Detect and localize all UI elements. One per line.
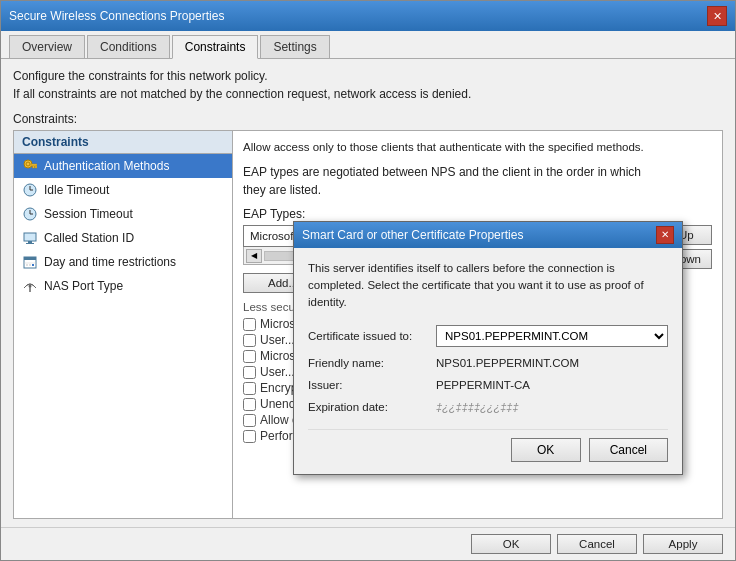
checkbox-ms-chap2-user-label: User... (260, 365, 295, 379)
dialog-issuer-value: PEPPERMINT-CA (436, 379, 530, 391)
tab-overview[interactable]: Overview (9, 35, 85, 58)
window-close-button[interactable]: ✕ (707, 6, 727, 26)
sidebar-item-nas-port-label: NAS Port Type (44, 279, 123, 293)
dialog-issuer-label: Issuer: (308, 379, 428, 391)
dialog-close-button[interactable]: ✕ (656, 226, 674, 244)
sidebar-item-day-time[interactable]: Day and time restrictions (14, 250, 232, 274)
dialog-title: Smart Card or other Certificate Properti… (302, 228, 523, 242)
dialog-field-expiration: Expiration date: ‡¿¿‡‡‡‡¿¿¿‡‡‡ (308, 401, 668, 413)
description-text: Configure the constraints for this netwo… (13, 67, 723, 104)
clock-icon (22, 182, 38, 198)
dialog-friendly-name-label: Friendly name: (308, 357, 428, 369)
calendar-icon (22, 254, 38, 270)
right-main-description: Allow access only to those clients that … (243, 141, 712, 153)
sidebar-item-idle-timeout[interactable]: Idle Timeout (14, 178, 232, 202)
scroll-left-btn[interactable]: ◀ (246, 249, 262, 263)
checkbox-unencrypt-input[interactable] (243, 398, 256, 411)
checkbox-ms-chap-input[interactable] (243, 318, 256, 331)
tabs-bar: Overview Conditions Constraints Settings (1, 31, 735, 59)
checkbox-allow-clients-input[interactable] (243, 414, 256, 427)
apply-button[interactable]: Apply (643, 534, 723, 554)
sidebar-item-called-station[interactable]: Called Station ID (14, 226, 232, 250)
dialog-buttons: OK Cancel (308, 429, 668, 462)
dialog-expiration-value: ‡¿¿‡‡‡‡¿¿¿‡‡‡ (436, 401, 519, 413)
dialog-friendly-name-value: NPS01.PEPPERMINT.COM (436, 357, 579, 369)
antenna-icon (22, 278, 38, 294)
key-icon (22, 158, 38, 174)
left-panel: Constraints Authentication Methods (13, 130, 233, 520)
svg-rect-17 (26, 264, 28, 266)
eap-desc-line2: they are listed. (243, 183, 321, 197)
dialog-title-bar: Smart Card or other Certificate Properti… (294, 222, 682, 248)
right-panel: Allow access only to those clients that … (233, 130, 723, 520)
svg-rect-18 (29, 264, 31, 266)
dialog-field-issuer: Issuer: PEPPERMINT-CA (308, 379, 668, 391)
svg-rect-3 (35, 166, 37, 168)
checkbox-ms-chap2-user-input[interactable] (243, 366, 256, 379)
dialog-ok-button[interactable]: OK (511, 438, 581, 462)
svg-point-21 (29, 284, 32, 287)
tab-constraints[interactable]: Constraints (172, 35, 259, 59)
eap-types-label: EAP Types: (243, 207, 712, 221)
description-line1: Configure the constraints for this netwo… (13, 69, 268, 83)
window-title: Secure Wireless Connections Properties (9, 9, 224, 23)
smart-card-dialog: Smart Card or other Certificate Properti… (293, 221, 683, 476)
sidebar-item-session-timeout-label: Session Timeout (44, 207, 133, 221)
svg-rect-15 (24, 257, 36, 260)
tab-settings[interactable]: Settings (260, 35, 329, 58)
dialog-cancel-button[interactable]: Cancel (589, 438, 668, 462)
session-clock-icon (22, 206, 38, 222)
checkbox-ms-chap-user-label: User... (260, 333, 295, 347)
sidebar-item-called-station-label: Called Station ID (44, 231, 134, 245)
tab-conditions[interactable]: Conditions (87, 35, 170, 58)
main-window: Secure Wireless Connections Properties ✕… (0, 0, 736, 561)
checkbox-encrypt-input[interactable] (243, 382, 256, 395)
ok-button[interactable]: OK (471, 534, 551, 554)
dialog-cert-issued-label: Certificate issued to: (308, 330, 428, 342)
checkbox-ms-chap-user-input[interactable] (243, 334, 256, 347)
dialog-field-friendly-name: Friendly name: NPS01.PEPPERMINT.COM (308, 357, 668, 369)
sidebar-item-auth-methods[interactable]: Authentication Methods (14, 154, 232, 178)
dialog-content: This server identifies itself to callers… (294, 248, 682, 475)
constraints-label: Constraints: (13, 112, 723, 126)
checkbox-perform-input[interactable] (243, 430, 256, 443)
main-panel: Constraints Authentication Methods (13, 130, 723, 520)
sidebar-item-nas-port[interactable]: NAS Port Type (14, 274, 232, 298)
content-area: Configure the constraints for this netwo… (1, 59, 735, 527)
sidebar-item-auth-methods-label: Authentication Methods (44, 159, 169, 173)
dialog-field-cert-issued: Certificate issued to: NPS01.PEPPERMINT.… (308, 325, 668, 347)
dialog-cert-select[interactable]: NPS01.PEPPERMINT.COM (436, 325, 668, 347)
sidebar-item-session-timeout[interactable]: Session Timeout (14, 202, 232, 226)
description-line2: If all constraints are not matched by th… (13, 87, 471, 101)
svg-rect-12 (28, 241, 32, 243)
bottom-buttons-bar: OK Cancel Apply (1, 527, 735, 560)
cancel-button[interactable]: Cancel (557, 534, 637, 554)
eap-desc-line1: EAP types are negotiated between NPS and… (243, 165, 641, 179)
eap-description: EAP types are negotiated between NPS and… (243, 163, 712, 200)
monitor-icon (22, 230, 38, 246)
svg-rect-4 (33, 166, 35, 168)
svg-rect-11 (24, 233, 36, 241)
title-bar: Secure Wireless Connections Properties ✕ (1, 1, 735, 31)
sidebar-item-day-time-label: Day and time restrictions (44, 255, 176, 269)
svg-rect-13 (26, 243, 34, 244)
svg-rect-2 (31, 164, 37, 166)
checkbox-ms-chap2-input[interactable] (243, 350, 256, 363)
svg-rect-19 (32, 264, 34, 266)
left-panel-header: Constraints (14, 131, 232, 154)
dialog-description: This server identifies itself to callers… (308, 260, 668, 312)
sidebar-item-idle-timeout-label: Idle Timeout (44, 183, 109, 197)
dialog-expiration-label: Expiration date: (308, 401, 428, 413)
